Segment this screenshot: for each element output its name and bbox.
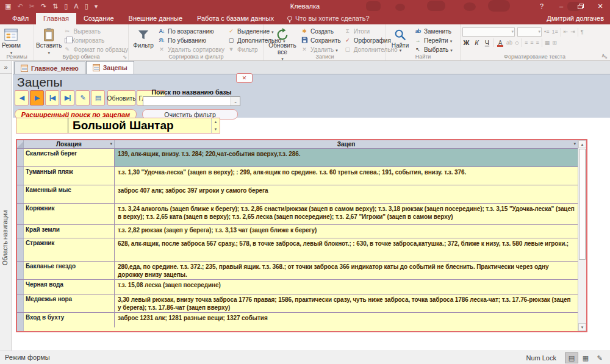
tab-database-tools[interactable]: Работа с базами данных (190, 13, 281, 24)
record-selector[interactable] (17, 280, 24, 294)
minimize-button[interactable]: – (551, 0, 571, 12)
location-cell[interactable]: Каменный мыс (24, 185, 115, 203)
base-name-box[interactable]: Большой Шантар ▲ ▼ (16, 118, 220, 134)
close-button[interactable]: ✕ (590, 0, 610, 12)
scrollbar-thumb[interactable] (579, 149, 586, 260)
hook-cell[interactable]: т.з. 15,08 леска (зацеп посередине) (115, 280, 578, 294)
doc-tab-zatsepy[interactable]: Зацепы (86, 61, 134, 74)
table-row: Каменный мыс заброс 407 алк; заброс 397 … (17, 185, 578, 204)
hook-cell[interactable]: т.з. 1,30 "Удочка-леска" (зацеп в верху)… (115, 167, 578, 185)
delete-record-button: ✕Удалить (299, 45, 342, 54)
record-selector[interactable] (17, 313, 24, 327)
tab-home[interactable]: Главная (36, 13, 76, 24)
next-record-button[interactable]: ▶ (30, 90, 44, 105)
column-header-location[interactable]: Локация ▾ (24, 140, 115, 148)
select-all-corner[interactable] (17, 140, 24, 148)
underline-button[interactable]: Ч (483, 39, 491, 46)
last-record-button[interactable]: ▶| (60, 90, 74, 105)
record-selector[interactable] (17, 225, 24, 238)
group-label-views: Режимы (0, 54, 34, 60)
record-selector[interactable] (17, 167, 24, 185)
font-color-icon[interactable]: А (497, 40, 504, 46)
scroll-down-icon[interactable]: ▼ (578, 323, 586, 331)
record-selector[interactable] (17, 204, 24, 224)
sort-descending-button[interactable]: Я↓По убыванию (156, 36, 226, 45)
filter-funnel-icon (137, 27, 150, 42)
base-search-combo[interactable]: ⌄ (143, 96, 240, 106)
form-close-button[interactable]: ✕ (236, 73, 253, 83)
form-view-button[interactable]: ▤ (565, 352, 578, 363)
sort-ascending-icon: А↓ (157, 29, 166, 34)
select-button[interactable]: ↖Выбрать (412, 45, 454, 54)
hook-cell[interactable]: 280,еда, по средине. т.з. 372.; 235, пра… (115, 262, 578, 279)
record-selector[interactable] (17, 185, 24, 203)
collapse-ribbon-icon[interactable]: ∧ (601, 52, 605, 59)
replace-button[interactable]: abЗаменить (412, 27, 454, 35)
refresh-form-button[interactable]: Обновить (107, 90, 135, 105)
location-cell[interactable]: Скалистый берег (24, 149, 115, 166)
tab-external-data[interactable]: Внешние данные (121, 13, 190, 24)
table-row: Бакланье гнездо 280,еда, по средине. т.з… (17, 262, 578, 280)
help-button[interactable]: ? (532, 0, 551, 12)
location-cell[interactable]: Вход в бухту (24, 313, 115, 327)
save-record-button[interactable]: Сохранить (299, 36, 342, 45)
italic-button[interactable]: К (473, 39, 481, 46)
location-cell[interactable]: Бакланье гнездо (24, 262, 115, 279)
scrollbar-track[interactable] (578, 260, 586, 323)
datasheet: Локация ▾ Зацеп ▾ Скалистый берег 139, а… (16, 139, 587, 332)
dialog-launcher-icon[interactable]: ⇘ (123, 54, 127, 60)
hook-cell[interactable]: 628, алк-ящик, после заброса 567 сразу.;… (115, 238, 578, 261)
hook-cell[interactable]: заброс 1231 алк; 1281 разные вещи; 1327 … (115, 313, 578, 327)
form-tab-icon (21, 65, 28, 72)
navigation-pane-collapsed[interactable]: » Область навигации (0, 61, 12, 351)
hook-cell[interactable]: т.з. 3,24 алкоголь (зацеп ближе к берегу… (115, 204, 578, 224)
new-record-button[interactable]: ✱Создать (299, 27, 342, 35)
column-header-hook[interactable]: Зацеп ▾ (115, 140, 578, 148)
goto-button[interactable]: →Перейти (412, 36, 454, 45)
tab-file[interactable]: Файл (5, 13, 36, 24)
record-selector[interactable] (17, 262, 24, 279)
tell-me-box[interactable]: Что вы хотите сделать? (281, 13, 376, 24)
sort-ascending-button[interactable]: А↓По возрастанию (156, 27, 226, 35)
filter-button[interactable]: Фильтр (131, 26, 156, 49)
view-button[interactable]: Режим (2, 26, 21, 55)
record-selector[interactable] (17, 238, 24, 261)
paste-button[interactable]: Вставить (36, 26, 62, 55)
hook-cell[interactable]: заброс 407 алк; заброс 397 игроки у само… (115, 185, 578, 203)
prev-record-button[interactable]: ◀ (15, 90, 29, 105)
search-icon (393, 27, 407, 42)
tab-create[interactable]: Создание (76, 13, 121, 24)
column-dropdown-icon[interactable]: ▾ (573, 141, 576, 146)
record-selector[interactable] (17, 294, 24, 312)
doc-tab-label: Зацепы (103, 64, 127, 71)
find-button[interactable]: Найти (388, 26, 412, 49)
record-selector[interactable] (17, 149, 24, 166)
expand-nav-pane-button[interactable]: » (0, 61, 12, 74)
location-cell[interactable]: Стражник (24, 238, 115, 261)
memo-button[interactable]: ▤ (91, 90, 105, 105)
doc-tab-main-menu[interactable]: Главное_меню (14, 62, 85, 74)
more-records-icon: ▢ (343, 47, 352, 52)
hook-cell[interactable]: т.з. 2,82 рюкзак (зацеп у берега); т.з. … (115, 225, 578, 238)
first-record-button[interactable]: |◀ (45, 90, 59, 105)
edit-record-button[interactable]: ✎ (76, 90, 90, 105)
datasheet-view-button[interactable]: ▦ (579, 352, 592, 363)
location-cell[interactable]: Черная вода (24, 280, 115, 294)
combo-dropdown-icon[interactable]: ⌄ (231, 97, 240, 105)
spin-down-icon[interactable]: ▼ (212, 126, 220, 133)
restore-button[interactable] (571, 0, 590, 12)
format-painter-button: ✎Формат по образцу (62, 45, 129, 54)
location-cell[interactable]: Туманный пляж (24, 167, 115, 185)
hook-cell[interactable]: 3,30 левый рюкзак, внизу точка заброса 1… (115, 294, 578, 312)
bold-button[interactable]: Ж (462, 39, 470, 46)
spin-up-icon[interactable]: ▲ (212, 118, 220, 126)
location-cell[interactable]: Медвежья нора (24, 294, 115, 312)
vertical-scrollbar[interactable]: ▲ ▼ (578, 140, 586, 331)
location-cell[interactable]: Коряжник (24, 204, 115, 224)
increase-indent-icon: ⇥ (570, 29, 575, 35)
location-cell[interactable]: Край земли (24, 225, 115, 238)
hook-cell[interactable]: 139, алк-ящик, внизу. т.з. 284; 220,чат-… (115, 149, 578, 166)
column-dropdown-icon[interactable]: ▾ (110, 141, 112, 146)
scroll-up-icon[interactable]: ▲ (578, 140, 586, 148)
design-view-button[interactable]: ✎ (593, 352, 606, 363)
